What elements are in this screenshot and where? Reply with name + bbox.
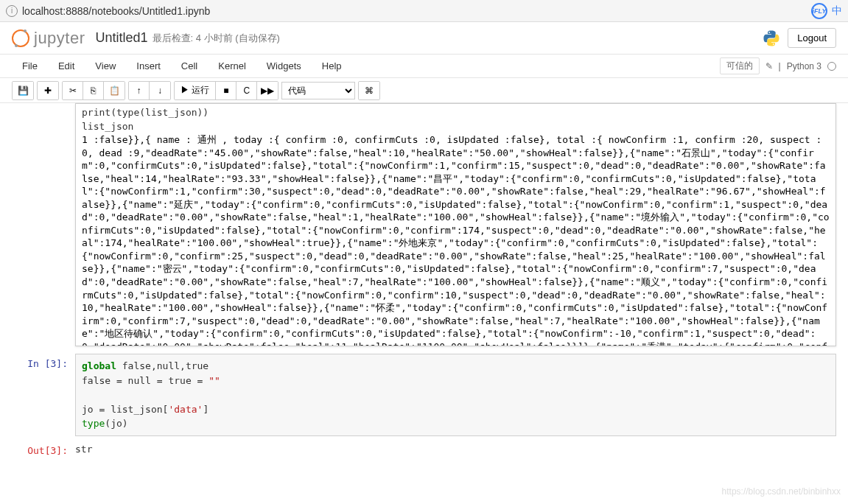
notebook-area: print(type(list_json)) list_json 1 :fals… <box>0 103 848 477</box>
trusted-indicator[interactable]: 可信的 <box>720 57 760 74</box>
cell-type-select[interactable]: 代码 <box>281 82 355 99</box>
code-line: print(type(list_json)) <box>76 104 835 118</box>
menu-widgets[interactable]: Widgets <box>256 60 312 71</box>
output-cell: Out[3]: str <box>0 441 848 462</box>
ifly-icon[interactable]: iFLY <box>811 3 827 19</box>
browser-address-bar: i localhost:8888/notebooks/Untitled1.ipy… <box>0 0 848 22</box>
restart-button[interactable]: C <box>236 82 257 99</box>
output-text: str <box>75 441 836 458</box>
site-info-icon[interactable]: i <box>6 5 18 17</box>
input-prompt: In [3]: <box>12 354 75 436</box>
notebook-title[interactable]: Untitled1 <box>96 30 148 46</box>
command-palette-button[interactable]: ⌘ <box>359 82 379 99</box>
menu-view[interactable]: View <box>85 60 126 71</box>
menu-help[interactable]: Help <box>312 60 352 71</box>
autosave-status: 最后检查: 4 小时前 (自动保存) <box>153 32 280 45</box>
output-scroll-area[interactable]: print(type(list_json)) list_json 1 :fals… <box>75 103 836 346</box>
add-cell-button[interactable]: ✚ <box>38 82 58 99</box>
toolbar: 💾 ✚ ✂ ⎘ 📋 ↑ ↓ ▶ 运行 ■ C ▶▶ 代码 ⌘ <box>0 78 848 103</box>
kernel-name[interactable]: Python 3 <box>787 61 821 71</box>
jupyter-logo[interactable]: jupyter <box>12 29 85 48</box>
divider: | <box>779 61 781 71</box>
output-prompt: Out[3]: <box>12 441 75 458</box>
url-text: localhost:8888/notebooks/Untitled1.ipynb <box>22 5 210 17</box>
code-line: list_json <box>76 118 835 132</box>
python-logo-icon <box>763 29 780 47</box>
edit-pencil-icon[interactable]: ✎ <box>765 61 773 71</box>
menu-edit[interactable]: Edit <box>48 60 85 71</box>
menu-bar: File Edit View Insert Cell Kernel Widget… <box>0 55 848 78</box>
move-down-button[interactable]: ↓ <box>150 82 170 99</box>
move-up-button[interactable]: ↑ <box>129 82 150 99</box>
paste-button[interactable]: 📋 <box>104 82 125 99</box>
menu-insert[interactable]: Insert <box>126 60 171 71</box>
language-cn-icon[interactable]: 中 <box>832 4 842 18</box>
logout-button[interactable]: Logout <box>788 28 836 48</box>
code-cell: In [3]: global false,null,true false = n… <box>0 354 848 441</box>
save-button[interactable]: 💾 <box>13 82 33 99</box>
kernel-status-icon <box>827 62 836 71</box>
run-button[interactable]: ▶ 运行 <box>175 82 216 99</box>
menu-file[interactable]: File <box>12 60 48 71</box>
copy-button[interactable]: ⎘ <box>83 82 104 99</box>
jupyter-orb-icon <box>12 29 29 47</box>
code-input[interactable]: global false,null,true false = null = tr… <box>75 354 836 436</box>
menu-cell[interactable]: Cell <box>171 60 208 71</box>
run-all-button[interactable]: ▶▶ <box>257 82 278 99</box>
cut-button[interactable]: ✂ <box>63 82 83 99</box>
stop-button[interactable]: ■ <box>216 82 236 99</box>
jupyter-word: jupyter <box>34 29 85 48</box>
notebook-header: jupyter Untitled1 最后检查: 4 小时前 (自动保存) Log… <box>0 22 848 55</box>
menu-kernel[interactable]: Kernel <box>208 60 256 71</box>
json-output: 1 :false}},{ name : 通州 , today :{ confir… <box>76 132 835 346</box>
